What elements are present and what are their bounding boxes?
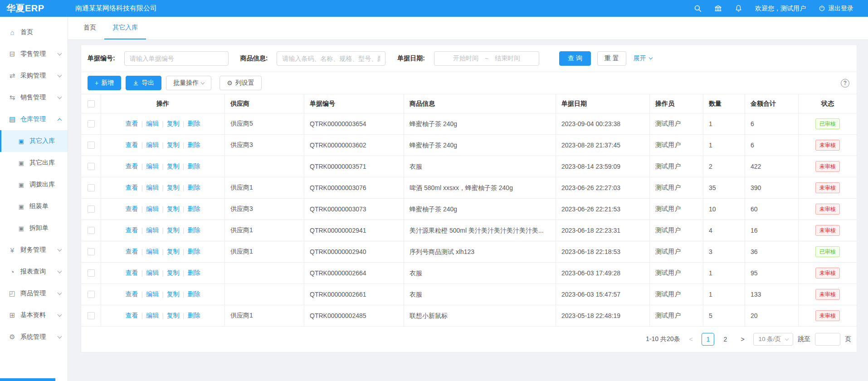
select-all-checkbox[interactable] [88, 100, 95, 107]
row-actions-cell: 查看|编辑|复制|删除 [101, 263, 225, 284]
view-link[interactable]: 查看 [126, 141, 138, 149]
add-button[interactable]: + 新增 [88, 76, 121, 90]
edit-link[interactable]: 编辑 [146, 312, 159, 320]
table-header-row: 操作供应商单据编号商品信息单据日期操作员数量金额合计状态 [81, 94, 857, 113]
edit-link[interactable]: 编辑 [146, 120, 159, 128]
help-icon[interactable]: ? [841, 79, 849, 88]
row-select-cell [81, 113, 101, 135]
batch-operations-button[interactable]: 批量操作 [166, 76, 211, 90]
delete-link[interactable]: 删除 [187, 312, 200, 320]
search-button[interactable]: 查 询 [559, 51, 591, 66]
edit-link[interactable]: 编辑 [146, 290, 159, 298]
chevron-down-icon [201, 80, 205, 84]
delete-link[interactable]: 删除 [187, 205, 200, 213]
delete-link[interactable]: 删除 [187, 184, 200, 192]
row-checkbox[interactable] [88, 120, 95, 127]
sidebar-item-system[interactable]: ⚙系统管理 [0, 326, 68, 348]
view-link[interactable]: 查看 [126, 184, 138, 192]
sidebar-item-basic-data[interactable]: ⊞基本资料 [0, 304, 68, 326]
logout-button[interactable]: 退出登录 [819, 5, 853, 13]
view-link[interactable]: 查看 [126, 120, 138, 128]
page-button-1[interactable]: 1 [702, 333, 714, 346]
copy-link[interactable]: 复制 [167, 248, 180, 256]
copy-link[interactable]: 复制 [167, 269, 180, 277]
sidebar-item-other-inbound[interactable]: ▣其它入库 [0, 130, 68, 152]
row-checkbox[interactable] [88, 142, 95, 149]
product-info-input[interactable] [277, 51, 385, 66]
jump-to-input[interactable] [815, 333, 840, 346]
edit-link[interactable]: 编辑 [146, 226, 159, 234]
sidebar-item-sales[interactable]: ⇆销售管理 [0, 87, 68, 108]
view-link[interactable]: 查看 [126, 162, 138, 171]
order-no-input[interactable] [124, 51, 229, 66]
copy-link[interactable]: 复制 [167, 226, 180, 234]
next-page-button[interactable]: > [736, 333, 749, 346]
view-link[interactable]: 查看 [126, 226, 138, 234]
view-link[interactable]: 查看 [126, 248, 138, 256]
sidebar-item-home[interactable]: ⌂首页 [0, 21, 68, 43]
row-checkbox[interactable] [88, 291, 95, 298]
sidebar-item-other-outbound[interactable]: ▣其它出库 [0, 152, 68, 174]
tab-other-inbound[interactable]: 其它入库 [104, 17, 146, 39]
row-checkbox[interactable] [88, 184, 95, 191]
copy-link[interactable]: 复制 [167, 141, 180, 149]
delete-link[interactable]: 删除 [187, 162, 200, 171]
row-checkbox[interactable] [88, 205, 95, 213]
page-size-select[interactable]: 10 条/页 [753, 333, 793, 346]
edit-link[interactable]: 编辑 [146, 269, 159, 277]
action-separator: | [162, 269, 164, 277]
row-checkbox[interactable] [88, 163, 95, 170]
sidebar-item-purchase[interactable]: ⇄采购管理 [0, 65, 68, 87]
notification-bell-icon[interactable] [735, 5, 742, 12]
delete-link[interactable]: 删除 [187, 141, 200, 149]
view-link[interactable]: 查看 [126, 269, 138, 277]
search-icon[interactable] [694, 5, 702, 12]
view-link[interactable]: 查看 [126, 290, 138, 298]
edit-link[interactable]: 编辑 [146, 141, 159, 149]
edit-link[interactable]: 编辑 [146, 162, 159, 171]
reset-button[interactable]: 重 置 [597, 51, 626, 66]
date-range-picker[interactable]: 开始时间 ~ 结束时间 [434, 51, 539, 66]
delete-link[interactable]: 删除 [187, 290, 200, 298]
view-link[interactable]: 查看 [126, 205, 138, 213]
row-checkbox[interactable] [88, 269, 95, 277]
edit-link[interactable]: 编辑 [146, 205, 159, 213]
sidebar-item-transfer-outbound[interactable]: ▣调拨出库 [0, 174, 68, 195]
prev-page-button[interactable]: < [684, 333, 697, 346]
delete-link[interactable]: 删除 [187, 226, 200, 234]
chevron-up-icon [58, 118, 62, 122]
view-link[interactable]: 查看 [126, 312, 138, 320]
sidebar-item-finance[interactable]: ¥财务管理 [0, 239, 68, 261]
copy-link[interactable]: 复制 [167, 205, 180, 213]
copy-link[interactable]: 复制 [167, 290, 180, 298]
edit-link[interactable]: 编辑 [146, 184, 159, 192]
copy-link[interactable]: 复制 [167, 162, 180, 171]
operator-cell: 测试用户 [650, 156, 703, 177]
copy-link[interactable]: 复制 [167, 184, 180, 192]
bank-icon[interactable] [714, 5, 722, 12]
sidebar-item-reports[interactable]: ◔报表查询 [0, 261, 68, 283]
row-checkbox[interactable] [88, 312, 95, 319]
delete-link[interactable]: 删除 [187, 269, 200, 277]
expand-link[interactable]: 展开 [634, 54, 652, 63]
sidebar-item-retail[interactable]: ⊟零售管理 [0, 43, 68, 65]
sidebar-item-goods[interactable]: ◰商品管理 [0, 283, 68, 304]
column-settings-button[interactable]: ⚙ 列设置 [219, 76, 262, 90]
copy-link[interactable]: 复制 [167, 120, 180, 128]
horizontal-scrollbar-thumb[interactable] [0, 378, 55, 381]
export-button[interactable]: 导出 [126, 76, 161, 90]
edit-link[interactable]: 编辑 [146, 248, 159, 256]
sidebar-item-assembly-order[interactable]: ▣组装单 [0, 195, 68, 217]
sidebar-item-disassembly-order[interactable]: ▣拆卸单 [0, 217, 68, 239]
sidebar-item-warehouse[interactable]: ▤仓库管理 [0, 108, 68, 130]
row-checkbox[interactable] [88, 227, 95, 234]
tab-home[interactable]: 首页 [75, 17, 104, 39]
content-body: 单据编号: 商品信息: 单据日期: 开始时间 ~ 结束时间 查 询 重 置 [68, 40, 868, 381]
row-checkbox[interactable] [88, 248, 95, 255]
delete-link[interactable]: 删除 [187, 120, 200, 128]
page-button-2[interactable]: 2 [719, 333, 731, 346]
row-select-cell [81, 199, 101, 220]
delete-link[interactable]: 删除 [187, 248, 200, 256]
sidebar-item-label: 商品管理 [20, 289, 58, 298]
copy-link[interactable]: 复制 [167, 312, 180, 320]
